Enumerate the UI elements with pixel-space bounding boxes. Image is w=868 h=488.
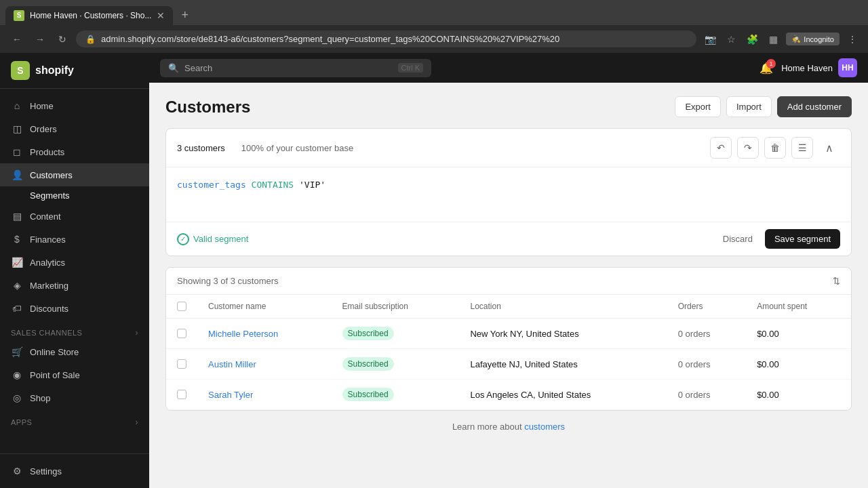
import-button[interactable]: Import xyxy=(726,96,772,117)
sidebar-item-shop-label: Shop xyxy=(30,393,50,403)
page-title: Customers xyxy=(165,98,250,117)
learn-more-section: Learn more about customers xyxy=(165,411,852,443)
tab-bar: S Home Haven · Customers · Sho... ✕ + xyxy=(0,0,868,25)
sidebar-item-home-label: Home xyxy=(30,101,54,111)
search-bar[interactable]: 🔍 Search Ctrl K xyxy=(160,59,431,77)
refresh-button[interactable]: ↻ xyxy=(54,31,71,47)
customers-table: Customer name Email subscription Locatio… xyxy=(166,295,851,410)
discard-button[interactable]: Discard xyxy=(716,229,760,249)
sort-icon: ⇅ xyxy=(833,276,840,286)
sidebar-item-products[interactable]: ◻ Products xyxy=(0,140,149,163)
new-tab-button[interactable]: + xyxy=(176,5,194,25)
point-of-sale-icon: ◉ xyxy=(11,369,23,381)
sidebar-item-finances[interactable]: $ Finances xyxy=(0,228,149,251)
sidebar-item-pos-label: Point of Sale xyxy=(30,370,80,380)
collapse-button[interactable]: ∧ xyxy=(818,137,840,159)
table-row[interactable]: Austin Miller Subscribed Lafayette NJ, U… xyxy=(166,349,851,380)
save-segment-button[interactable]: Save segment xyxy=(765,229,840,249)
sidebar-item-marketing-label: Marketing xyxy=(30,281,68,291)
row-checkbox-cell xyxy=(166,349,197,380)
row-orders: 0 orders xyxy=(667,349,746,380)
shopify-logo-text: shopify xyxy=(35,64,74,77)
row-checkbox[interactable] xyxy=(177,329,186,338)
sidebar-header: S shopify xyxy=(0,53,149,89)
sidebar-item-content[interactable]: ▤ Content xyxy=(0,205,149,228)
row-orders: 0 orders xyxy=(667,380,746,410)
sidebar-item-online-store-label: Online Store xyxy=(30,347,79,357)
extensions-icon[interactable]: 🧩 xyxy=(744,31,761,47)
col-header-location: Location xyxy=(459,295,667,319)
sidebar-item-discounts[interactable]: 🏷 Discounts xyxy=(0,297,149,320)
row-location: Los Angeles CA, United States xyxy=(459,380,667,410)
sidebar-item-marketing[interactable]: ◈ Marketing xyxy=(0,274,149,297)
address-bar[interactable]: 🔒 admin.shopify.com/store/de8143-a6/cust… xyxy=(76,30,696,47)
shopify-logo-icon: S xyxy=(11,61,30,80)
tab-title: Home Haven · Customers · Sho... xyxy=(30,11,151,20)
sidebar-toggle-icon[interactable]: ▦ xyxy=(766,31,781,47)
row-customer-name[interactable]: Sarah Tyler xyxy=(197,380,332,410)
row-checkbox-cell xyxy=(166,319,197,349)
search-icon: 🔍 xyxy=(168,63,179,73)
redo-button[interactable]: ↷ xyxy=(737,137,759,159)
camera-icon[interactable]: 📷 xyxy=(702,31,719,47)
active-tab[interactable]: S Home Haven · Customers · Sho... ✕ xyxy=(5,6,173,25)
page-header: Customers Export Import Add customer xyxy=(165,96,852,117)
sidebar-item-point-of-sale[interactable]: ◉ Point of Sale xyxy=(0,363,149,386)
segment-editor-card: 3 customers 100% of your customer base ↶… xyxy=(165,128,852,256)
row-checkbox[interactable] xyxy=(177,359,186,369)
sidebar-item-analytics[interactable]: 📈 Analytics xyxy=(0,251,149,274)
sales-channels-label: Sales channels xyxy=(11,329,82,337)
sales-channels-expand-icon[interactable]: › xyxy=(136,328,139,338)
discounts-icon: 🏷 xyxy=(11,302,23,314)
forward-button[interactable]: → xyxy=(31,31,49,47)
apps-expand-icon[interactable]: › xyxy=(136,418,139,427)
sidebar-item-orders[interactable]: ◫ Orders xyxy=(0,117,149,140)
segment-footer: ✓ Valid segment Discard Save segment xyxy=(166,222,851,256)
learn-more-text: Learn more about xyxy=(452,422,524,432)
row-email-subscription: Subscribed xyxy=(332,349,460,380)
shopify-logo[interactable]: S shopify xyxy=(11,61,74,80)
sidebar-item-settings[interactable]: ⚙ Settings xyxy=(0,460,149,483)
table-row[interactable]: Michelle Peterson Subscribed New York NY… xyxy=(166,319,851,349)
sidebar-item-online-store[interactable]: 🛒 Online Store xyxy=(0,340,149,363)
back-button[interactable]: ← xyxy=(8,31,26,47)
close-tab-button[interactable]: ✕ xyxy=(157,10,165,21)
browser-actions: 📷 ☆ 🧩 ▦ 🕵 Incognito ⋮ xyxy=(702,31,860,47)
delete-segment-button[interactable]: 🗑 xyxy=(764,137,786,159)
search-placeholder: Search xyxy=(184,63,393,73)
query-keyword: customer_tags xyxy=(177,180,246,190)
undo-button[interactable]: ↶ xyxy=(710,137,732,159)
incognito-button[interactable]: 🕵 Incognito xyxy=(786,33,840,45)
finances-icon: $ xyxy=(11,233,23,245)
orders-icon: ◫ xyxy=(11,123,23,135)
sidebar-item-shop[interactable]: ◎ Shop xyxy=(0,386,149,409)
row-amount: $0.00 xyxy=(746,380,851,410)
row-location: New York NY, United States xyxy=(459,319,667,349)
store-avatar[interactable]: Home Haven HH xyxy=(781,58,857,77)
sidebar-item-settings-label: Settings xyxy=(30,466,62,476)
sidebar-item-finances-label: Finances xyxy=(30,235,66,245)
products-icon: ◻ xyxy=(11,146,23,158)
sidebar-item-home[interactable]: ⌂ Home xyxy=(0,94,149,117)
row-customer-name[interactable]: Austin Miller xyxy=(197,349,332,380)
topbar-right: 🔔 1 Home Haven HH xyxy=(760,58,857,77)
star-icon[interactable]: ☆ xyxy=(724,31,738,47)
select-all-checkbox[interactable] xyxy=(177,302,186,311)
row-customer-name[interactable]: Michelle Peterson xyxy=(197,319,332,349)
menu-icon[interactable]: ⋮ xyxy=(845,31,860,47)
customer-count: 3 customers xyxy=(177,143,225,153)
online-store-icon: 🛒 xyxy=(11,346,23,358)
home-icon: ⌂ xyxy=(11,100,23,112)
sort-button[interactable]: ⇅ xyxy=(833,276,840,286)
notification-button[interactable]: 🔔 1 xyxy=(760,62,773,75)
filter-button[interactable]: ☰ xyxy=(791,137,813,159)
table-row[interactable]: Sarah Tyler Subscribed Los Angeles CA, U… xyxy=(166,380,851,410)
segment-query-area[interactable]: customer_tags CONTAINS 'VIP' xyxy=(166,167,851,222)
customers-link[interactable]: customers xyxy=(524,422,565,432)
sidebar-sub-item-segments[interactable]: Segments xyxy=(0,186,149,205)
row-checkbox[interactable] xyxy=(177,390,186,399)
add-customer-button[interactable]: Add customer xyxy=(777,96,852,117)
export-button[interactable]: Export xyxy=(675,96,721,117)
settings-icon: ⚙ xyxy=(11,465,23,477)
sidebar-item-customers[interactable]: 👤 Customers xyxy=(0,163,149,186)
